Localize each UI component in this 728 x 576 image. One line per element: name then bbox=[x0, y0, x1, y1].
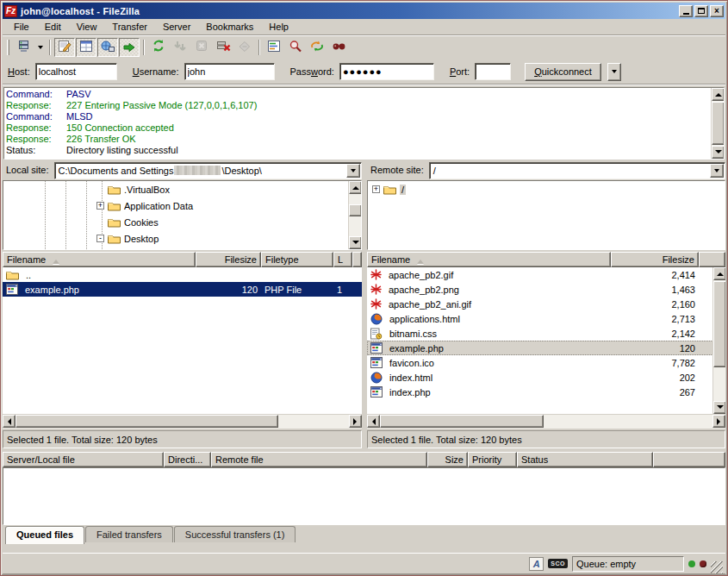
file-row-index-php[interactable]: index.php267 bbox=[367, 385, 713, 399]
file-row-applications-html[interactable]: applications.html2,713 bbox=[367, 311, 713, 326]
cancel-icon bbox=[195, 40, 208, 56]
menu-item-file[interactable]: File bbox=[6, 20, 37, 34]
find-files-icon bbox=[332, 40, 346, 56]
filter-button[interactable] bbox=[264, 38, 284, 57]
host-input[interactable] bbox=[35, 63, 117, 80]
toggle-queue-button[interactable] bbox=[119, 38, 140, 57]
column-header-filetype[interactable]: Filetype bbox=[261, 252, 333, 267]
find-files-button[interactable] bbox=[328, 38, 349, 57]
column-header-server-local-file[interactable]: Server/Local file bbox=[3, 452, 164, 467]
toggle-message-log-button[interactable] bbox=[54, 38, 75, 57]
file-name-cell: favicon.ico bbox=[367, 355, 611, 370]
local-hscrollbar[interactable] bbox=[3, 415, 362, 429]
username-input[interactable] bbox=[184, 63, 275, 80]
file-row--[interactable]: .. bbox=[3, 267, 362, 282]
maximize-button[interactable] bbox=[694, 5, 708, 17]
column-header-filename[interactable]: Filename bbox=[3, 252, 196, 267]
log-vscrollbar[interactable] bbox=[711, 88, 724, 159]
column-header-priority[interactable]: Priority bbox=[468, 452, 517, 467]
remote-hscrollbar[interactable] bbox=[367, 415, 725, 429]
column-header-remote-file[interactable]: Remote file bbox=[211, 452, 427, 467]
remote-path: / bbox=[433, 166, 436, 176]
expand-icon[interactable]: + bbox=[96, 202, 104, 210]
toolbar-grip[interactable] bbox=[7, 40, 9, 55]
file-row-apache-pb2-gif[interactable]: apache_pb2.gif2,414 bbox=[367, 267, 713, 282]
port-input[interactable] bbox=[475, 63, 511, 80]
column-header-filesize[interactable]: Filesize bbox=[196, 252, 261, 267]
menu-item-help[interactable]: Help bbox=[261, 20, 296, 34]
tree-item-desktop[interactable]: -Desktop bbox=[3, 230, 361, 247]
file-row-apache-pb2-png[interactable]: apache_pb2.png1,463 bbox=[367, 282, 713, 297]
hscroll-thumb[interactable] bbox=[380, 415, 544, 428]
file-row-bitnami-css[interactable]: bitnami.css2,142 bbox=[367, 326, 713, 341]
refresh-button[interactable] bbox=[148, 38, 169, 57]
compare-button[interactable] bbox=[285, 38, 306, 57]
column-header-status[interactable]: Status bbox=[517, 452, 653, 467]
disconnect-button[interactable] bbox=[213, 38, 233, 57]
site-manager-button-dropdown[interactable] bbox=[34, 38, 46, 57]
remote-list-vscrollbar[interactable] bbox=[712, 267, 725, 414]
column-header-directi-[interactable]: Directi... bbox=[164, 452, 211, 467]
menu-bar: FileEditViewTransferServerBookmarksHelp bbox=[3, 19, 725, 36]
collapse-icon[interactable]: - bbox=[96, 235, 104, 242]
sync-browsing-button[interactable] bbox=[307, 38, 327, 57]
tab-successful-transfers-1-[interactable]: Successful transfers (1) bbox=[174, 526, 296, 542]
quickconnect-dropdown-button[interactable] bbox=[607, 63, 621, 81]
column-header-size[interactable]: Size bbox=[427, 452, 468, 467]
tab-failed-transfers[interactable]: Failed transfers bbox=[85, 526, 173, 542]
minimize-button[interactable] bbox=[679, 5, 693, 17]
menu-item-edit[interactable]: Edit bbox=[37, 20, 69, 34]
menu-item-bookmarks[interactable]: Bookmarks bbox=[198, 20, 261, 34]
column-header-l[interactable]: L bbox=[333, 252, 352, 267]
file-size-cell: 2,142 bbox=[611, 326, 699, 341]
tree-item-application-data[interactable]: +Application Data bbox=[3, 197, 361, 214]
tree-item-root[interactable]: +/ bbox=[368, 181, 725, 197]
menu-item-server[interactable]: Server bbox=[155, 20, 198, 34]
file-row-apache-pb2-ani-gif[interactable]: apache_pb2_ani.gif2,160 bbox=[367, 297, 713, 311]
scroll-right-button[interactable] bbox=[712, 415, 725, 428]
file-row-favicon-ico[interactable]: favicon.ico7,782 bbox=[367, 355, 713, 370]
chevron-down-icon bbox=[38, 46, 43, 52]
remote-site-dropdown[interactable] bbox=[710, 164, 724, 178]
file-row-example-php[interactable]: example.php120 bbox=[367, 341, 713, 355]
remote-status-text: Selected 1 file. Total size: 120 bytes bbox=[367, 430, 725, 448]
site-manager-button[interactable] bbox=[13, 38, 34, 57]
queue-body[interactable] bbox=[3, 467, 725, 525]
tree-item-cookies[interactable]: +Cookies bbox=[3, 214, 361, 230]
file-row-example-php[interactable]: example.php120PHP File1 bbox=[3, 282, 362, 297]
column-header-filesize[interactable]: Filesize bbox=[611, 252, 699, 267]
file-row-index-html[interactable]: index.html202 bbox=[367, 370, 713, 385]
quickconnect-button[interactable]: Quickconnect bbox=[525, 63, 601, 81]
scroll-up-button[interactable] bbox=[712, 88, 725, 101]
log-entry: Response:226 Transfer OK bbox=[6, 134, 722, 145]
local-site-combo[interactable]: C:\Documents and Settings\Desktop\ bbox=[54, 162, 362, 179]
send-led-icon bbox=[700, 560, 706, 567]
scroll-down-button[interactable] bbox=[712, 146, 725, 159]
toggle-remote-tree-button[interactable] bbox=[97, 38, 118, 57]
resize-grip[interactable] bbox=[711, 561, 723, 573]
close-button[interactable]: × bbox=[710, 5, 724, 17]
menu-item-transfer[interactable]: Transfer bbox=[104, 20, 155, 34]
scroll-down-button[interactable] bbox=[713, 401, 725, 414]
log-entry-type: Command: bbox=[6, 89, 66, 100]
menu-item-view[interactable]: View bbox=[69, 20, 105, 34]
filter-icon bbox=[267, 40, 281, 56]
expand-icon[interactable]: + bbox=[372, 185, 380, 193]
tree-item--virtualbox[interactable]: +.VirtualBox bbox=[3, 181, 361, 197]
list-scroll-thumb[interactable] bbox=[713, 281, 725, 367]
password-input[interactable] bbox=[339, 63, 434, 80]
toggle-local-tree-button[interactable] bbox=[76, 38, 96, 57]
hscroll-thumb[interactable] bbox=[16, 415, 278, 428]
scroll-left-button[interactable] bbox=[3, 415, 16, 428]
remote-site-combo[interactable]: / bbox=[429, 162, 725, 179]
local-site-dropdown[interactable] bbox=[346, 164, 360, 178]
remote-pane: Remote site: / +/ FilenameFilesize apach… bbox=[367, 161, 725, 448]
column-header-filename[interactable]: Filename bbox=[367, 252, 611, 267]
scroll-right-button[interactable] bbox=[349, 415, 362, 428]
tab-queued-files[interactable]: Queued files bbox=[5, 526, 84, 544]
folder-icon bbox=[6, 269, 22, 280]
scroll-up-button[interactable] bbox=[713, 267, 725, 280]
remote-site-row: Remote site: / bbox=[367, 161, 725, 179]
scroll-left-button[interactable] bbox=[367, 415, 380, 428]
log-scroll-thumb[interactable] bbox=[712, 102, 725, 145]
